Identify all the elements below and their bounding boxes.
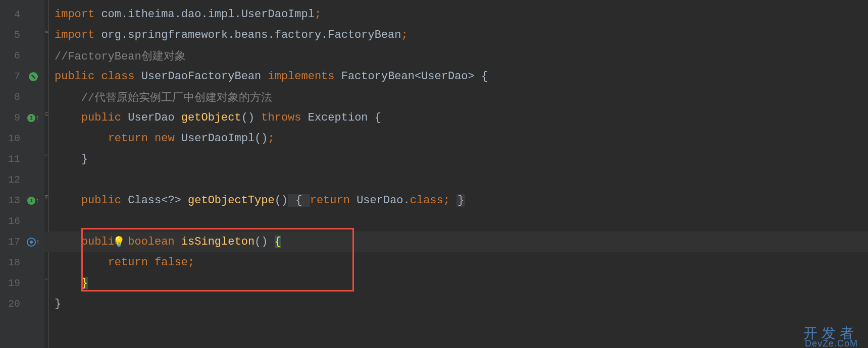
gutter-row: 12 <box>0 169 44 190</box>
code-line[interactable]: import org.springframework.beans.factory… <box>44 25 868 45</box>
gutter-row: 5 <box>0 25 44 45</box>
gutter-row: 13 I↑ <box>0 190 44 211</box>
code-line[interactable]: return false; <box>44 252 868 273</box>
code-line[interactable]: } <box>44 294 868 314</box>
gutter-row: 9 I↑ <box>0 107 44 128</box>
line-number: 7 <box>0 71 22 82</box>
arrow-up-icon: ↑ <box>35 114 39 122</box>
code-area[interactable]: ⊟ ⊟ ⌐ ⊞ ⊟ ⌐ import com.itheima.dao.impl.… <box>44 0 868 348</box>
line-number: 5 <box>0 29 22 41</box>
gutter-row: 16 <box>0 211 44 231</box>
gutter-row: 4 <box>0 4 44 25</box>
line-number: 6 <box>0 50 22 62</box>
line-number: 18 <box>0 257 22 268</box>
intention-bulb-icon[interactable]: 💡 <box>113 236 125 248</box>
override-icon[interactable]: I <box>27 197 35 205</box>
line-number: 20 <box>0 298 22 310</box>
line-number: 9 <box>0 112 22 124</box>
code-line[interactable]: //代替原始实例工厂中创建对象的方法 <box>44 87 868 107</box>
line-number: 4 <box>0 9 22 20</box>
gutter-row: 8 <box>0 87 44 107</box>
code-line[interactable]: public Class<?> getObjectType() { return… <box>44 190 868 211</box>
code-editor[interactable]: 4 5 6 7 8 9 I↑ 10 11 <box>0 0 868 348</box>
override-target-icon[interactable] <box>27 238 36 247</box>
code-line[interactable]: } <box>44 273 868 294</box>
gutter-row: 11 <box>0 149 44 169</box>
line-number: 19 <box>0 277 22 289</box>
code-line[interactable]: public class UserDaoFactoryBean implemen… <box>44 66 868 87</box>
line-number: 17 <box>0 236 22 248</box>
override-icon[interactable]: I <box>27 114 35 122</box>
gutter-row: 17 ↑ <box>0 231 44 252</box>
code-line[interactable]: return new UserDaoImpl(); <box>44 128 868 149</box>
class-inspection-icon[interactable] <box>29 72 38 81</box>
line-number: 8 <box>0 91 22 103</box>
line-number: 12 <box>0 174 22 186</box>
editor-gutter: 4 5 6 7 8 9 I↑ 10 11 <box>0 0 44 348</box>
gutter-row: 10 <box>0 128 44 149</box>
gutter-row: 18 <box>0 252 44 273</box>
line-number: 10 <box>0 133 22 144</box>
code-line[interactable] <box>44 211 868 231</box>
gutter-row: 6 <box>0 45 44 66</box>
code-line[interactable]: //FactoryBean创建对象 <box>44 45 868 66</box>
gutter-row: 7 <box>0 66 44 87</box>
gutter-row: 20 <box>0 294 44 314</box>
code-line[interactable]: public UserDao getObject() throws Except… <box>44 107 868 128</box>
code-line[interactable] <box>44 169 868 190</box>
arrow-up-icon: ↑ <box>36 238 40 246</box>
code-line[interactable]: import com.itheima.dao.impl.UserDaoImpl; <box>44 4 868 25</box>
gutter-row: 19 <box>0 273 44 294</box>
code-line[interactable]: } <box>44 149 868 169</box>
watermark-url: DevZe.CoM <box>805 338 858 348</box>
line-number: 11 <box>0 153 22 165</box>
line-number: 16 <box>0 215 22 227</box>
code-line-current[interactable]: 💡 public boolean isSingleton() { <box>44 231 868 252</box>
arrow-up-icon: ↑ <box>35 197 39 205</box>
line-number: 13 <box>0 195 22 206</box>
